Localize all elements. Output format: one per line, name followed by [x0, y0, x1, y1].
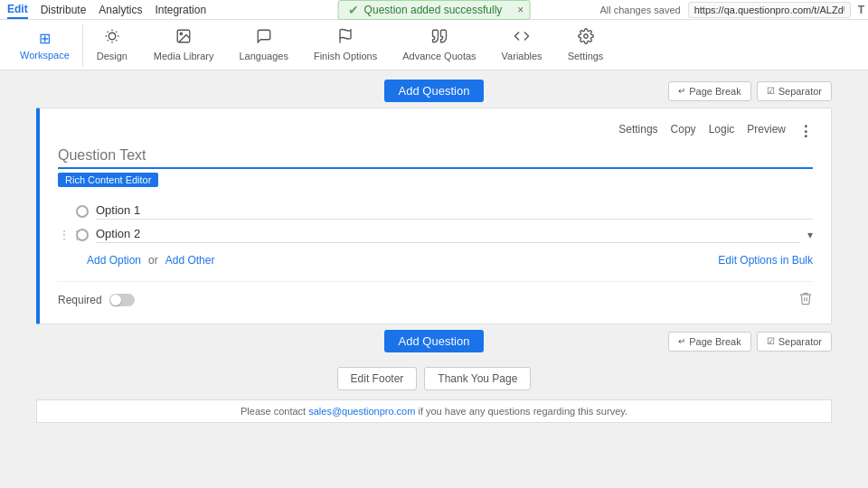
edit-footer-btn[interactable]: Edit Footer: [337, 367, 418, 390]
add-option-link[interactable]: Add Option: [87, 254, 141, 267]
q-logic-btn[interactable]: Logic: [709, 123, 735, 140]
settings-icon: [578, 28, 594, 48]
workspace-label: Workspace: [20, 50, 70, 61]
option-2-dropdown-arrow[interactable]: ▾: [807, 229, 813, 241]
add-question-button-top[interactable]: Add Question: [384, 80, 485, 102]
nav-distribute[interactable]: Distribute: [41, 2, 87, 18]
contact-suffix: if you have any questions regarding this…: [415, 406, 627, 417]
top-page-actions: ↵ Page Break ☑ Separator: [567, 81, 832, 101]
question-card: Settings Copy Logic Preview ⋮ Rich Conte…: [36, 108, 832, 324]
separator-bottom-check-icon: ☑: [767, 336, 775, 346]
required-toggle[interactable]: [109, 294, 135, 306]
toggle-knob: [110, 295, 121, 305]
q-copy-btn[interactable]: Copy: [671, 123, 696, 140]
toolbar: ⊞ Workspace Design Media Library Languag…: [0, 20, 868, 70]
rich-content-editor-btn[interactable]: Rich Content Editor: [58, 173, 158, 187]
page-break-button-bottom[interactable]: ↵ Page Break: [668, 332, 750, 352]
close-icon[interactable]: ×: [517, 4, 524, 16]
options-list: ⋮⋮ ⋮⋮ ▾: [58, 200, 813, 247]
separator-label-bottom: Separator: [778, 336, 822, 347]
contact-bar: Please contact sales@questionpro.com if …: [36, 399, 832, 423]
option-row-2: ⋮⋮ ▾: [58, 223, 813, 247]
page-break-bottom-icon: ↵: [678, 336, 685, 346]
settings-label: Settings: [568, 51, 604, 61]
page-break-label-top: Page Break: [689, 86, 741, 97]
separator-button-top[interactable]: ☑ Separator: [757, 81, 832, 101]
success-check-icon: ✔: [348, 3, 359, 17]
success-banner: ✔ Question added successfully ×: [338, 0, 531, 20]
variables-label: Variables: [502, 51, 542, 61]
required-row: Required: [58, 281, 813, 309]
success-text: Question added successfully: [364, 4, 503, 16]
option-row-1: ⋮⋮: [58, 200, 813, 223]
nav-edit[interactable]: Edit: [7, 1, 28, 19]
workspace-icon: ⊞: [39, 30, 51, 47]
toolbar-advance-quotas[interactable]: Advance Quotas: [390, 23, 488, 67]
bottom-page-actions: ↵ Page Break ☑ Separator: [567, 332, 832, 352]
top-add-question-row: Add Question ↵ Page Break ☑ Separator: [36, 80, 832, 102]
bottom-add-question-row: Add Question ↵ Page Break ☑ Separator: [36, 330, 832, 352]
toolbar-design[interactable]: Design: [83, 23, 141, 67]
design-icon: [104, 28, 120, 48]
option-1-text[interactable]: [96, 203, 813, 220]
contact-email[interactable]: sales@questionpro.com: [308, 406, 415, 417]
toolbar-workspace[interactable]: ⊞ Workspace: [7, 24, 83, 66]
required-label: Required: [58, 294, 102, 306]
separator-label-top: Separator: [778, 86, 822, 97]
q-settings-btn[interactable]: Settings: [618, 123, 657, 140]
all-changes-saved: All changes saved: [599, 5, 680, 15]
media-library-label: Media Library: [154, 51, 214, 61]
tab-indicator: T: [858, 4, 864, 16]
media-library-icon: [175, 28, 192, 48]
add-option-or: or: [148, 254, 158, 267]
survey-url-input[interactable]: [688, 2, 851, 18]
svg-point-0: [108, 33, 116, 40]
url-bar-area: All changes saved T: [599, 0, 868, 20]
page-break-label-bottom: Page Break: [689, 336, 741, 347]
separator-check-icon: ☑: [767, 86, 775, 96]
toolbar-media-library[interactable]: Media Library: [141, 23, 227, 67]
advance-quotas-icon: [431, 28, 448, 48]
edit-options-bulk[interactable]: Edit Options in Bulk: [718, 254, 813, 267]
delete-question-btn[interactable]: [798, 291, 813, 309]
question-text-input[interactable]: [58, 147, 813, 169]
svg-point-2: [180, 33, 182, 34]
nav-integration[interactable]: Integration: [155, 2, 206, 18]
thank-you-page-btn[interactable]: Thank You Page: [424, 367, 531, 390]
footer-actions: Edit Footer Thank You Page: [36, 367, 832, 390]
finish-options-label: Finish Options: [314, 51, 377, 61]
question-toolbar: Settings Copy Logic Preview ⋮: [58, 123, 813, 140]
finish-options-icon: [337, 28, 354, 48]
toolbar-variables[interactable]: Variables: [489, 23, 555, 67]
languages-label: Languages: [239, 51, 288, 61]
add-option-row: Add Option or Add Other Edit Options in …: [87, 254, 813, 267]
languages-icon: [256, 28, 272, 48]
add-question-button-bottom[interactable]: Add Question: [384, 330, 485, 352]
main-content: Add Question ↵ Page Break ☑ Separator Se…: [0, 70, 868, 488]
option-2-drag-handle[interactable]: ⋮⋮: [58, 228, 69, 242]
svg-point-4: [583, 34, 588, 39]
variables-icon: [514, 28, 530, 48]
option-2-radio[interactable]: [76, 229, 89, 241]
toolbar-finish-options[interactable]: Finish Options: [301, 23, 390, 67]
toolbar-settings[interactable]: Settings: [555, 23, 617, 67]
page-break-icon: ↵: [678, 86, 685, 96]
option-2-text[interactable]: [96, 227, 800, 243]
contact-prefix: Please contact: [241, 406, 308, 417]
q-more-btn[interactable]: ⋮: [798, 123, 813, 140]
separator-button-bottom[interactable]: ☑ Separator: [757, 332, 832, 352]
nav-analytics[interactable]: Analytics: [99, 2, 142, 18]
page-break-button-top[interactable]: ↵ Page Break: [668, 81, 750, 101]
add-other-link[interactable]: Add Other: [165, 254, 215, 267]
design-label: Design: [97, 51, 127, 61]
q-preview-btn[interactable]: Preview: [747, 123, 786, 140]
toolbar-languages[interactable]: Languages: [226, 23, 300, 67]
advance-quotas-label: Advance Quotas: [402, 51, 476, 61]
